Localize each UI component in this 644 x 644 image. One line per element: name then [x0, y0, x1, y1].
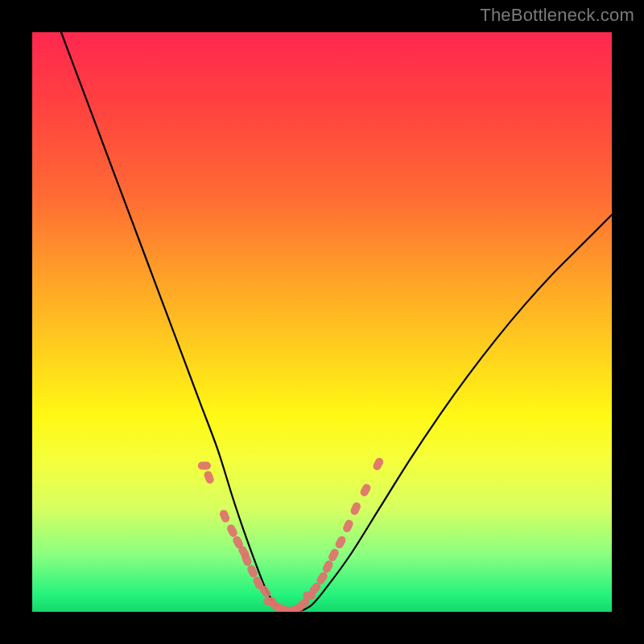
watermark-text: TheBottleneck.com [480, 5, 634, 26]
data-marker [334, 535, 347, 550]
data-marker [327, 547, 340, 563]
bottleneck-curve [61, 32, 612, 612]
data-marker [372, 456, 385, 472]
data-marker [359, 482, 372, 497]
data-marker [198, 462, 211, 470]
plot-area [32, 32, 612, 612]
data-marker [321, 559, 334, 574]
chart-frame: TheBottleneck.com [0, 0, 644, 644]
marker-cluster-right [303, 456, 385, 600]
data-marker [341, 518, 354, 534]
data-marker [218, 509, 230, 524]
chart-svg [32, 32, 612, 612]
data-marker [349, 502, 362, 517]
data-marker [203, 470, 215, 485]
data-marker [225, 523, 238, 539]
